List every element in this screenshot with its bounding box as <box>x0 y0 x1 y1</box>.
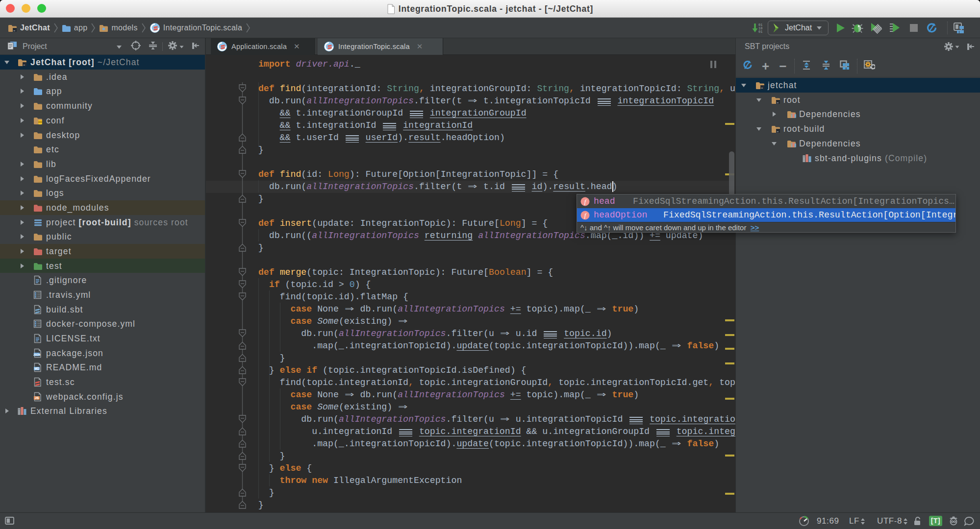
svg-text:01: 01 <box>758 30 762 34</box>
svg-text:MD: MD <box>34 367 39 370</box>
svg-text:JSON: JSON <box>33 353 40 356</box>
svg-text:JS: JS <box>35 396 39 399</box>
